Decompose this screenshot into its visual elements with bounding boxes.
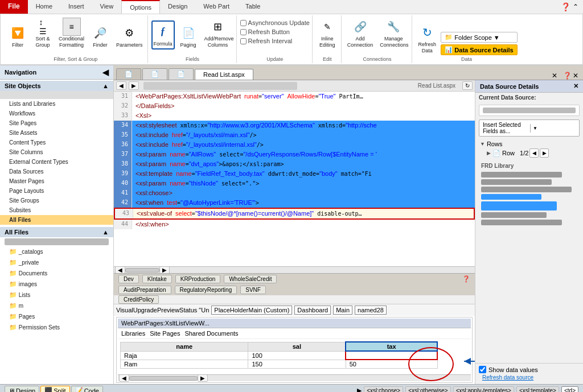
preview-scroll-left[interactable]: ◀ xyxy=(119,374,129,382)
refresh-editor-button[interactable]: ↻ xyxy=(462,81,473,90)
show-data-values-checkbox[interactable] xyxy=(479,366,486,373)
nav-master-pages[interactable]: Master Pages xyxy=(0,176,113,186)
nav-pages[interactable]: 📁 Pages xyxy=(0,311,113,322)
nav-lists[interactable]: 📁 Lists xyxy=(0,290,113,300)
nav-permission-sets[interactable]: 📁 Permission Sets xyxy=(0,322,113,333)
help-bottom-icon[interactable]: ❓ xyxy=(462,275,470,283)
nav-back-button[interactable]: ◀ xyxy=(116,81,126,90)
insert-fields-button[interactable]: Insert Selected Fields as... ▼ xyxy=(479,119,580,137)
tab-home[interactable]: Home xyxy=(28,0,60,14)
nav-site-groups[interactable]: Site Groups xyxy=(0,196,113,205)
data-source-details-button[interactable]: 📊 Data Source Details xyxy=(441,44,517,55)
nav-forward-button[interactable]: ▶ xyxy=(129,81,139,90)
filter-button[interactable]: 🔽 Filter xyxy=(6,23,29,49)
help-tab-icon[interactable]: ❓ xyxy=(563,72,572,80)
xpath-apply-templates[interactable]: <xsl:apply-templates> xyxy=(453,386,514,392)
bottom-tab-auditprep[interactable]: AuditPreparation xyxy=(118,286,171,294)
nav-page-layouts[interactable]: Page Layouts xyxy=(0,186,113,196)
minimize-ribbon-icon[interactable]: ⌃ xyxy=(573,3,578,11)
tab-file[interactable]: File xyxy=(0,0,28,14)
help-icon[interactable]: ❓ xyxy=(561,2,570,11)
tree-row-item[interactable]: ▶ 📄 Row 1/2 ◀ ▶ xyxy=(486,148,580,158)
editor-tab-3[interactable]: 📄 xyxy=(169,68,194,80)
tab-view[interactable]: View xyxy=(92,0,122,14)
tab-options[interactable]: Options xyxy=(121,0,160,14)
nav-site-assets[interactable]: Site Assets xyxy=(0,128,113,138)
split-mode-button[interactable]: ⬛ Split xyxy=(40,386,69,392)
bottom-tab-wholesalecredit[interactable]: WholeSaleCredit xyxy=(224,275,277,283)
paging-button[interactable]: 📄 Paging xyxy=(177,23,200,49)
tree-expand-icon[interactable]: ▼ xyxy=(480,141,485,147)
nav-content-types[interactable]: Content Types xyxy=(0,138,113,147)
tree-rows-item[interactable]: ▼ Rows xyxy=(479,140,580,148)
nav-workflows[interactable]: Workflows xyxy=(0,109,113,118)
xpath-template[interactable]: <xsl:template> xyxy=(516,386,559,392)
editor-tab-2[interactable]: 📄 xyxy=(142,68,167,80)
refresh-button-input[interactable] xyxy=(240,29,247,35)
nav-documents[interactable]: 📁 Documents xyxy=(0,268,113,279)
nav-site-columns[interactable]: Site Columns xyxy=(0,147,113,157)
page-prev-button[interactable]: ◀ xyxy=(529,148,539,158)
code-mode-button[interactable]: 📝 Code xyxy=(71,386,103,392)
nav-subsites[interactable]: Subsites xyxy=(0,205,113,215)
tab-table[interactable]: Table xyxy=(237,0,268,14)
inline-editing-button[interactable]: ✎ InlineEditing xyxy=(316,16,339,49)
nav-private[interactable]: 📁 _private xyxy=(0,257,113,268)
page-next-button[interactable]: ▶ xyxy=(540,148,549,158)
nav-lists-libraries[interactable]: Lists and Libraries xyxy=(0,99,113,109)
refresh-interval-input[interactable] xyxy=(240,38,247,44)
refresh-interval-checkbox[interactable]: Refresh Interval xyxy=(240,37,310,45)
bottom-tab-regulatoryreporting[interactable]: RegulatoryReporting xyxy=(175,286,237,294)
nav-images[interactable]: 📁 images xyxy=(0,279,113,290)
folder-scope-button[interactable]: 📁 Folder Scope ▼ xyxy=(441,32,517,43)
xpath-choose[interactable]: <xsl:choose> xyxy=(364,386,403,392)
preview-scroll-thumb[interactable] xyxy=(129,376,198,381)
scroll-thumb-h[interactable] xyxy=(125,268,159,273)
tab-webpart[interactable]: Web Part xyxy=(195,0,237,14)
xpath-td[interactable]: <td> xyxy=(561,386,578,392)
nav-site-pages[interactable]: Site Pages xyxy=(0,118,113,128)
add-remove-button[interactable]: ⊞ Add/RemoveColumns xyxy=(202,16,234,49)
async-update-input[interactable] xyxy=(240,20,247,26)
code-scroll-h[interactable]: ◀ ▶ xyxy=(114,266,475,273)
preview-scroll-h[interactable]: ◀ ▶ xyxy=(118,374,471,381)
conditional-button[interactable]: ≡ ConditionalFormatting xyxy=(56,16,87,49)
insert-fields-dropdown-icon[interactable]: ▼ xyxy=(530,124,579,133)
nav-collapse-button[interactable]: ◀ xyxy=(102,68,109,77)
bottom-tab-dev[interactable]: Dev xyxy=(118,275,139,283)
sort-group-button[interactable]: ↕☰ Sort &Group xyxy=(31,16,54,49)
editor-tab-4[interactable]: Read List.aspx xyxy=(195,69,253,80)
xpath-otherwise[interactable]: <xsl:otherwise> xyxy=(405,386,450,392)
finder-button[interactable]: 🔎 Finder xyxy=(89,23,112,49)
formula-button[interactable]: ƒ Formula xyxy=(151,20,175,49)
nav-catalogs[interactable]: 📁 _catalogs xyxy=(0,246,113,257)
editor-tab-1[interactable]: 📄 xyxy=(116,68,141,80)
site-objects-header[interactable]: Site Objects ▲ xyxy=(0,81,113,91)
manage-connections-button[interactable]: 🔧 ManageConnections xyxy=(377,16,409,49)
refresh-datasource-link[interactable]: Refresh data source xyxy=(479,373,580,382)
nav-home[interactable] xyxy=(0,91,113,99)
preview-scroll-right[interactable]: ▶ xyxy=(198,374,208,382)
bottom-tab-kintake[interactable]: KIntake xyxy=(142,275,172,283)
code-container[interactable]: 31 <WebPartPages:XsltListViewWebPart run… xyxy=(114,92,475,266)
bottom-tab-krproduction[interactable]: KRProduction xyxy=(175,275,221,283)
path-bar[interactable] xyxy=(143,82,297,90)
parameters-button[interactable]: ⚙ Parameters xyxy=(114,23,145,49)
tab-design[interactable]: Design xyxy=(160,0,195,14)
close-tab-icon[interactable]: ✕ xyxy=(552,72,557,80)
bottom-tab-creditpolicy[interactable]: CreditPolicy xyxy=(118,295,159,304)
right-panel-close-icon[interactable]: ✕ xyxy=(573,82,578,90)
refresh-button-checkbox[interactable]: Refresh Button xyxy=(240,28,310,36)
bottom-tab-svnf[interactable]: SVNF xyxy=(240,286,266,294)
nav-external-content-types[interactable]: External Content Types xyxy=(0,157,113,167)
tab-insert[interactable]: Insert xyxy=(60,0,92,14)
nav-all-files[interactable]: All Files xyxy=(0,215,113,225)
async-update-checkbox[interactable]: Asynchronous Update xyxy=(240,19,310,27)
add-connection-button[interactable]: 🔗 AddConnection xyxy=(345,16,376,49)
close-panel-icon[interactable]: ✕ xyxy=(573,72,578,80)
nav-m[interactable]: 📁 m xyxy=(0,300,113,311)
nav-data-sources[interactable]: Data Sources xyxy=(0,167,113,176)
tree-row-expand-icon[interactable]: ▶ xyxy=(487,150,491,156)
all-files-header[interactable]: All Files ▲ xyxy=(0,227,113,237)
design-mode-button[interactable]: 🖥 Design xyxy=(5,386,39,392)
